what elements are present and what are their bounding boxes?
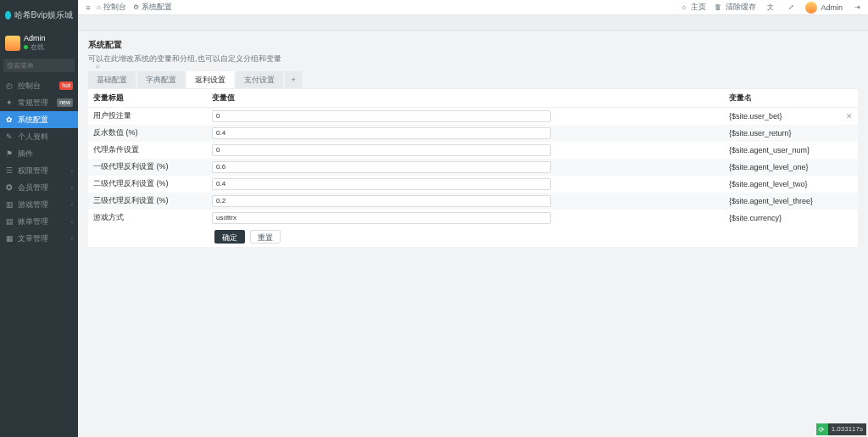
nav-item-icon: ▤ — [5, 217, 14, 226]
sidebar-item-general[interactable]: ✦常规管理new — [0, 94, 78, 111]
table-row: 一级代理反利设置 (%){$site.agent_level_one} — [88, 159, 858, 176]
perf-text: 1.033117s — [828, 423, 866, 435]
avatar-icon — [805, 2, 817, 14]
nav-item-label: 个人资料 — [18, 132, 73, 143]
tab-1[interactable]: 字典配置 — [137, 71, 185, 88]
nav-item-label: 账单管理 — [18, 216, 71, 227]
row-varname: {$site.agent_level_three} — [724, 193, 858, 210]
reset-button[interactable]: 重置 — [250, 230, 281, 244]
user-state: 在线 — [24, 42, 46, 52]
table-row: 用户投注量{$site.user_bet}✕ — [88, 108, 858, 125]
language-icon[interactable]: 文 — [765, 2, 776, 14]
tab-strip — [78, 15, 868, 31]
gear-icon: ⚙ — [133, 3, 139, 11]
sidebar-item-profile[interactable]: ✎个人资料 — [0, 128, 78, 145]
close-icon[interactable]: ✕ — [846, 112, 853, 120]
content: 系统配置 可以在此增改系统的变量和分组,也可以自定义分组和变量 基础配置字典配置… — [78, 31, 868, 437]
breadcrumb-current[interactable]: ⚙ 系统配置 — [133, 2, 172, 13]
nav-item-label: 插件 — [18, 148, 73, 160]
row-varname: {$site.user_bet}✕ — [724, 108, 858, 125]
table-row: 反水数值 (%){$site.user_return} — [88, 125, 858, 142]
perf-widget[interactable]: ⟳ 1.033117s — [816, 423, 866, 435]
row-value-input[interactable] — [212, 178, 551, 190]
breadcrumb: ⌂ 控制台 ⚙ 系统配置 — [97, 2, 179, 13]
brand-text: 哈希Bvip娱乐城 — [14, 9, 73, 21]
sidebar-item-games[interactable]: ▥游戏管理‹ — [0, 196, 78, 213]
perf-icon: ⟳ — [816, 423, 828, 435]
sidebar-item-articles[interactable]: ▦文章管理‹ — [0, 230, 78, 247]
chevron-left-icon: ‹ — [71, 202, 73, 208]
sidebar-toggle-icon[interactable]: ≡ — [83, 3, 93, 12]
nav-item-icon: ▦ — [5, 234, 14, 243]
submit-button[interactable]: 确定 — [214, 230, 245, 244]
nav-item-label: 权限管理 — [18, 165, 71, 176]
tab-2[interactable]: 返利设置 — [186, 71, 234, 88]
page-title: 系统配置 — [88, 39, 858, 51]
row-title: 代理条件设置 — [88, 142, 207, 159]
sidebar-item-plugins[interactable]: ⚑插件 — [0, 145, 78, 162]
row-value-input[interactable] — [212, 161, 551, 173]
tab-add[interactable]: + — [285, 71, 302, 88]
sidebar-item-permissions[interactable]: ☰权限管理‹ — [0, 162, 78, 179]
chevron-left-icon: ‹ — [71, 185, 73, 191]
row-varname: {$site.user_return} — [724, 125, 858, 142]
nav-item-icon: ✦ — [5, 98, 14, 107]
breadcrumb-home[interactable]: ⌂ 控制台 — [97, 2, 126, 13]
breadcrumb-home-label: 控制台 — [103, 2, 126, 13]
logout-icon[interactable]: ⇥ — [851, 2, 863, 14]
avatar-icon — [5, 36, 20, 51]
sidebar-user[interactable]: Admin 在线 — [0, 31, 78, 55]
nav-item-icon: ✎ — [5, 132, 14, 141]
row-varname: {$site.agent_level_one} — [724, 159, 858, 176]
fullscreen-icon[interactable]: ⤢ — [785, 2, 797, 14]
nav-item-icon: ◴ — [5, 81, 14, 90]
row-varname: {$site.currency} — [724, 210, 858, 227]
topbar-user[interactable]: Admin — [805, 2, 843, 14]
sidebar-item-sysconfig[interactable]: ✿系统配置 — [0, 111, 78, 128]
page-subtitle: 可以在此增改系统的变量和分组,也可以自定义分组和变量 — [88, 53, 858, 64]
clear-cache-link[interactable]: 🗑 清除缓存 — [715, 2, 757, 13]
sidebar-item-bills[interactable]: ▤账单管理‹ — [0, 213, 78, 230]
user-state-label: 在线 — [31, 42, 44, 52]
row-value-input[interactable] — [212, 127, 551, 139]
sidebar-search[interactable]: ⌕ — [3, 59, 75, 72]
chevron-left-icon: ‹ — [71, 236, 73, 242]
nav-item-label: 常规管理 — [18, 98, 57, 109]
table-row: 代理条件设置{$site.agent_user_num} — [88, 142, 858, 159]
row-varname: {$site.agent_level_two} — [724, 176, 858, 193]
brand-logo-icon — [5, 11, 11, 20]
nav-item-icon: ▥ — [5, 200, 14, 209]
status-dot-icon — [24, 45, 28, 49]
row-value-input[interactable] — [212, 144, 551, 156]
topbar: ≡ ⌂ 控制台 ⚙ 系统配置 ⌂ 主页 🗑 清除缓存 — [78, 0, 868, 15]
table-row: 二级代理反利设置 (%){$site.agent_level_two} — [88, 176, 858, 193]
row-value-input[interactable] — [212, 110, 551, 122]
sidebar-item-dashboard[interactable]: ◴控制台hot — [0, 77, 78, 94]
home-icon: ⌂ — [682, 3, 687, 11]
nav-item-label: 系统配置 — [18, 115, 73, 126]
clear-cache-label: 清除缓存 — [726, 3, 756, 11]
table-row: 游戏方式{$site.currency} — [88, 210, 858, 227]
row-title: 反水数值 (%) — [88, 125, 207, 142]
brand: 哈希Bvip娱乐城 — [0, 0, 78, 31]
home-link[interactable]: ⌂ 主页 — [682, 2, 706, 13]
row-varname: {$site.agent_user_num} — [724, 142, 858, 159]
sidebar: 哈希Bvip娱乐城 Admin 在线 ⌕ ◴控制台hot✦常规管理new✿系统配… — [0, 0, 78, 437]
sidebar-item-members[interactable]: ✪会员管理‹ — [0, 179, 78, 196]
row-title: 用户投注量 — [88, 108, 207, 125]
row-value-input[interactable] — [212, 212, 551, 224]
row-title: 游戏方式 — [88, 210, 207, 227]
home-link-label: 主页 — [691, 3, 706, 11]
nav-item-label: 游戏管理 — [18, 199, 71, 210]
tab-0[interactable]: 基础配置 — [88, 71, 136, 88]
config-table: 变量标题 变量值 变量名 用户投注量{$site.user_bet}✕反水数值 … — [88, 88, 858, 227]
row-title: 一级代理反利设置 (%) — [88, 159, 207, 176]
tab-3[interactable]: 支付设置 — [236, 71, 283, 88]
col-title: 变量标题 — [88, 89, 207, 108]
row-value-input[interactable] — [212, 195, 551, 207]
chevron-left-icon: ‹ — [71, 168, 73, 174]
breadcrumb-current-label: 系统配置 — [142, 2, 172, 13]
topbar-right: ⌂ 主页 🗑 清除缓存 文 ⤢ Admin ⇥ — [682, 2, 863, 14]
row-title: 三级代理反利设置 (%) — [88, 193, 207, 210]
button-row: 确定 重置 — [88, 227, 858, 247]
